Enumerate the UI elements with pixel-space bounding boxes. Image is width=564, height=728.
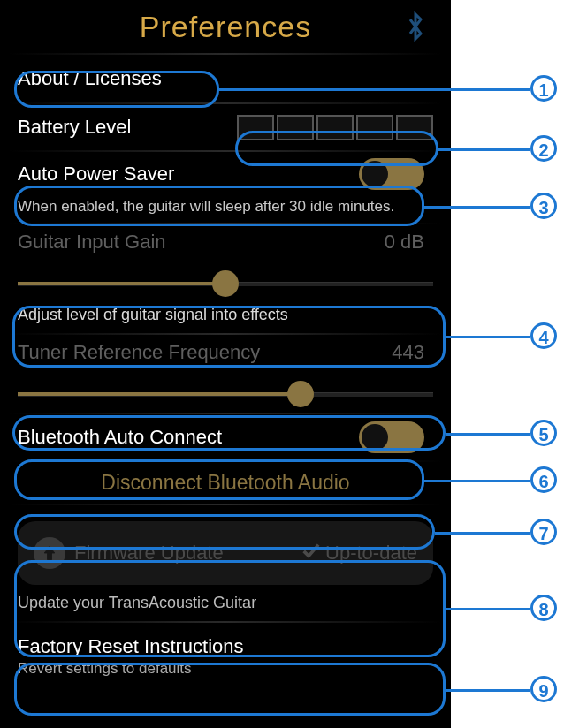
callout-6-box (14, 459, 424, 500)
battery-label: Battery Level (18, 116, 131, 139)
callout-5-box (12, 415, 446, 451)
header: Preferences (0, 0, 451, 53)
page-title: Preferences (140, 10, 311, 43)
slider-fill (18, 282, 225, 285)
tuner-slider[interactable] (18, 381, 433, 407)
callout-1-box (14, 71, 219, 108)
callout-4: 4 (530, 322, 557, 349)
divider (0, 504, 451, 505)
bluetooth-icon[interactable] (402, 9, 429, 44)
callout-5: 5 (530, 420, 557, 446)
callout-4-box (12, 306, 446, 368)
callout-8: 8 (530, 595, 557, 621)
callout-3: 3 (530, 193, 557, 219)
callout-8-box (14, 560, 446, 657)
callout-2: 2 (530, 135, 557, 162)
callout-1: 1 (530, 75, 557, 102)
slider-knob[interactable] (212, 270, 239, 297)
lead-4 (446, 336, 530, 338)
callout-9-box (14, 663, 446, 716)
gain-value: 0 dB (385, 231, 424, 254)
gain-label: Guitar Input Gain (18, 231, 166, 254)
lead-1 (219, 88, 530, 91)
lead-9 (446, 689, 530, 692)
lead-7 (435, 532, 530, 535)
gain-row: Guitar Input Gain 0 dB (0, 224, 451, 260)
slider-knob[interactable] (287, 381, 314, 407)
slider-fill (18, 392, 301, 396)
lead-2 (438, 148, 530, 151)
callout-7: 7 (530, 519, 557, 545)
aps-label: Auto Power Saver (18, 163, 174, 186)
lead-3 (424, 206, 530, 209)
lead-6 (424, 480, 530, 482)
gain-slider[interactable] (18, 270, 433, 297)
lead-8 (446, 608, 530, 610)
callout-6: 6 (530, 466, 557, 493)
callout-2-box (235, 131, 438, 166)
callout-3-box (14, 186, 424, 226)
lead-5 (446, 433, 530, 436)
callout-7-box (14, 514, 435, 550)
callout-9: 9 (530, 676, 557, 702)
